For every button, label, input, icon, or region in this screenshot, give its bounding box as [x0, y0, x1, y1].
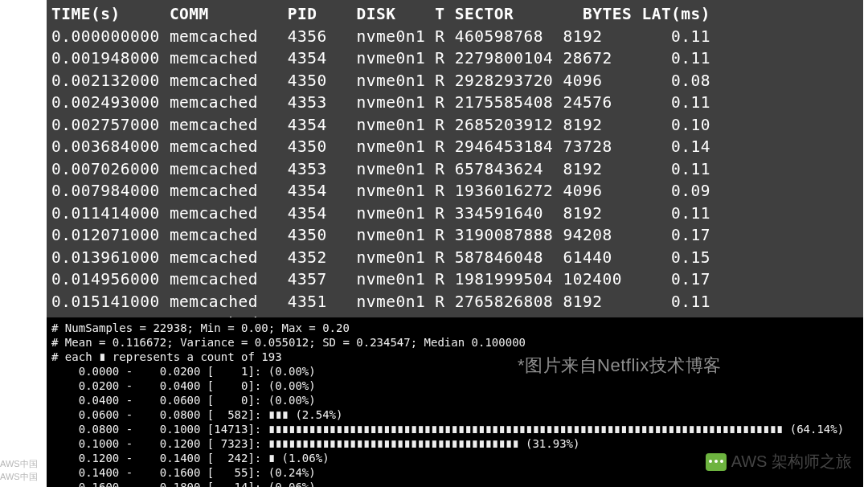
- histogram-bucket: 0.1000 - 0.1200 [ 7323]: ∎∎∎∎∎∎∎∎∎∎∎∎∎∎∎…: [51, 436, 858, 451]
- histogram-stats-2: # Mean = 0.116672; Variance = 0.055012; …: [51, 335, 858, 350]
- trace-row: 0.014956000 memcached 4357 nvme0n1 R 198…: [51, 268, 858, 291]
- trace-row: 0.007026000 memcached 4353 nvme0n1 R 657…: [51, 158, 858, 181]
- wechat-bubble-icon: [706, 453, 727, 471]
- trace-row: 0.001948000 memcached 4354 nvme0n1 R 227…: [51, 47, 858, 70]
- branding-label: AWS 架构师之旅: [731, 451, 852, 473]
- trace-row: 0.002493000 memcached 4353 nvme0n1 R 217…: [51, 92, 858, 114]
- trace-row: 0.000000000 memcached 4356 nvme0n1 R 460…: [51, 26, 858, 48]
- trace-body: 0.000000000 memcached 4356 nvme0n1 R 460…: [51, 26, 858, 335]
- trace-row: 0.012071000 memcached 4350 nvme0n1 R 319…: [51, 224, 858, 247]
- trace-row: 0.003684000 memcached 4350 nvme0n1 R 294…: [51, 136, 858, 158]
- histogram-bucket: 0.0000 - 0.0200 [ 1]: (0.00%): [51, 364, 858, 379]
- trace-row: 0.007984000 memcached 4354 nvme0n1 R 193…: [51, 180, 858, 203]
- biosnoop-trace-pane: TIME(s) COMM PID DISK T SECTOR BYTES LAT…: [47, 0, 863, 317]
- histogram-bucket: 0.1600 - 0.1800 [ 14]: (0.06%): [51, 480, 858, 487]
- wechat-branding: AWS 架构师之旅: [706, 451, 852, 473]
- histogram-bucket: 0.0400 - 0.0600 [ 0]: (0.00%): [51, 393, 858, 407]
- trace-header-row: TIME(s) COMM PID DISK T SECTOR BYTES LAT…: [51, 3, 858, 26]
- image-attribution: *图片来自Netflix技术博客: [518, 354, 722, 378]
- trace-row: 0.011414000 memcached 4354 nvme0n1 R 334…: [51, 203, 858, 225]
- trace-row: 0.015141000 memcached 4351 nvme0n1 R 276…: [51, 291, 858, 313]
- background-label-1: AWS中国: [0, 458, 38, 470]
- background-label-2: AWS中国: [0, 471, 38, 483]
- trace-row: 0.002132000 memcached 4350 nvme0n1 R 292…: [51, 70, 858, 92]
- trace-row: 0.013961000 memcached 4352 nvme0n1 R 587…: [51, 247, 858, 269]
- histogram-bucket: 0.0200 - 0.0400 [ 0]: (0.00%): [51, 379, 858, 393]
- histogram-each: # each ∎ represents a count of 193: [51, 350, 858, 364]
- histogram-bucket: 0.0800 - 0.1000 [14713]: ∎∎∎∎∎∎∎∎∎∎∎∎∎∎∎…: [51, 422, 858, 436]
- trace-row: 0.002757000 memcached 4354 nvme0n1 R 268…: [51, 114, 858, 137]
- histogram-bucket: 0.0600 - 0.0800 [ 582]: ∎∎∎ (2.54%): [51, 407, 858, 422]
- terminal-screenshot: TIME(s) COMM PID DISK T SECTOR BYTES LAT…: [47, 0, 863, 487]
- histogram-stats-1: # NumSamples = 22938; Min = 0.00; Max = …: [51, 321, 858, 335]
